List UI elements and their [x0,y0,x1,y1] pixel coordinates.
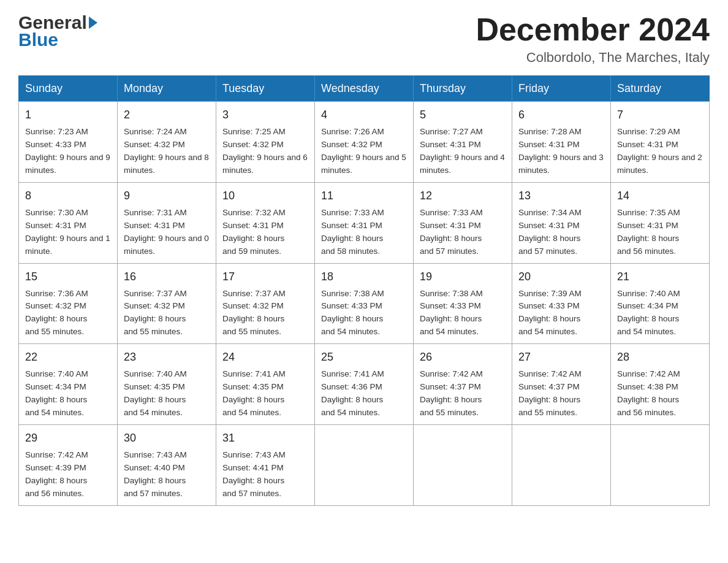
day-number: 16 [124,269,210,285]
calendar-day-cell: 9Sunrise: 7:31 AMSunset: 4:31 PMDaylight… [118,182,216,263]
day-number: 15 [25,269,111,285]
day-number: 17 [222,269,308,285]
day-info: Sunrise: 7:29 AMSunset: 4:31 PMDaylight:… [617,127,702,175]
day-number: 12 [420,188,506,204]
logo-arrow-icon [89,17,97,29]
calendar-day-cell: 21Sunrise: 7:40 AMSunset: 4:34 PMDayligh… [611,263,710,344]
calendar-day-cell: 1Sunrise: 7:23 AMSunset: 4:33 PMDaylight… [19,102,118,183]
calendar-day-cell: 28Sunrise: 7:42 AMSunset: 4:38 PMDayligh… [611,344,710,425]
calendar-day-cell: 14Sunrise: 7:35 AMSunset: 4:31 PMDayligh… [611,182,710,263]
day-info: Sunrise: 7:26 AMSunset: 4:32 PMDaylight:… [321,127,406,175]
calendar-day-cell: 30Sunrise: 7:43 AMSunset: 4:40 PMDayligh… [118,424,216,505]
day-info: Sunrise: 7:34 AMSunset: 4:31 PMDaylight:… [518,208,582,256]
calendar-day-cell: 15Sunrise: 7:36 AMSunset: 4:32 PMDayligh… [19,263,118,344]
day-number: 25 [321,349,407,366]
calendar-header-tuesday: Tuesday [216,76,315,102]
day-number: 18 [321,269,407,285]
calendar-week-row: 29Sunrise: 7:42 AMSunset: 4:39 PMDayligh… [19,424,710,505]
calendar-day-cell: 18Sunrise: 7:38 AMSunset: 4:33 PMDayligh… [315,263,414,344]
day-number: 13 [518,188,604,204]
day-info: Sunrise: 7:40 AMSunset: 4:34 PMDaylight:… [617,289,680,337]
day-number: 4 [321,107,407,123]
day-info: Sunrise: 7:31 AMSunset: 4:31 PMDaylight:… [124,208,209,256]
day-number: 11 [321,188,407,204]
calendar-day-cell: 22Sunrise: 7:40 AMSunset: 4:34 PMDayligh… [19,344,118,425]
calendar-header-thursday: Thursday [414,76,512,102]
calendar-day-cell: 13Sunrise: 7:34 AMSunset: 4:31 PMDayligh… [512,182,611,263]
calendar-day-cell: 27Sunrise: 7:42 AMSunset: 4:37 PMDayligh… [512,344,611,425]
day-number: 24 [222,349,308,366]
calendar-day-cell: 7Sunrise: 7:29 AMSunset: 4:31 PMDaylight… [611,102,710,183]
day-info: Sunrise: 7:40 AMSunset: 4:35 PMDaylight:… [124,369,187,417]
day-number: 30 [124,430,210,446]
calendar-day-cell: 2Sunrise: 7:24 AMSunset: 4:32 PMDaylight… [118,102,216,183]
day-info: Sunrise: 7:42 AMSunset: 4:38 PMDaylight:… [617,369,680,417]
calendar-header-sunday: Sunday [19,76,118,102]
calendar-week-row: 22Sunrise: 7:40 AMSunset: 4:34 PMDayligh… [19,344,710,425]
page-subtitle: Colbordolo, The Marches, Italy [476,50,710,66]
calendar-day-cell: 26Sunrise: 7:42 AMSunset: 4:37 PMDayligh… [414,344,512,425]
day-number: 26 [420,349,506,366]
day-info: Sunrise: 7:39 AMSunset: 4:33 PMDaylight:… [518,289,582,337]
logo: General Blue [18,12,97,50]
calendar-day-cell [414,424,512,505]
day-info: Sunrise: 7:41 AMSunset: 4:35 PMDaylight:… [222,369,286,417]
day-number: 9 [124,188,210,204]
calendar-day-cell [315,424,414,505]
day-info: Sunrise: 7:27 AMSunset: 4:31 PMDaylight:… [420,127,505,175]
day-number: 23 [124,349,210,366]
calendar-week-row: 15Sunrise: 7:36 AMSunset: 4:32 PMDayligh… [19,263,710,344]
day-number: 8 [25,188,111,204]
calendar-day-cell: 20Sunrise: 7:39 AMSunset: 4:33 PMDayligh… [512,263,611,344]
calendar-week-row: 1Sunrise: 7:23 AMSunset: 4:33 PMDaylight… [19,102,710,183]
day-info: Sunrise: 7:32 AMSunset: 4:31 PMDaylight:… [222,208,286,256]
day-number: 5 [420,107,506,123]
calendar-day-cell: 12Sunrise: 7:33 AMSunset: 4:31 PMDayligh… [414,182,512,263]
day-number: 20 [518,269,604,285]
calendar-header-friday: Friday [512,76,611,102]
day-info: Sunrise: 7:30 AMSunset: 4:31 PMDaylight:… [25,208,110,256]
calendar-week-row: 8Sunrise: 7:30 AMSunset: 4:31 PMDaylight… [19,182,710,263]
calendar-table: SundayMondayTuesdayWednesdayThursdayFrid… [18,75,710,505]
day-number: 22 [25,349,111,366]
calendar-header-monday: Monday [118,76,216,102]
day-info: Sunrise: 7:40 AMSunset: 4:34 PMDaylight:… [25,369,88,417]
day-info: Sunrise: 7:42 AMSunset: 4:37 PMDaylight:… [420,369,483,417]
calendar-day-cell: 25Sunrise: 7:41 AMSunset: 4:36 PMDayligh… [315,344,414,425]
page-header: General Blue December 2024 Colbordolo, T… [18,12,710,66]
day-number: 1 [25,107,111,123]
day-number: 6 [518,107,604,123]
calendar-day-cell: 29Sunrise: 7:42 AMSunset: 4:39 PMDayligh… [19,424,118,505]
day-info: Sunrise: 7:25 AMSunset: 4:32 PMDaylight:… [222,127,308,175]
calendar-day-cell: 4Sunrise: 7:26 AMSunset: 4:32 PMDaylight… [315,102,414,183]
day-info: Sunrise: 7:43 AMSunset: 4:40 PMDaylight:… [124,450,187,498]
calendar-header-wednesday: Wednesday [315,76,414,102]
day-number: 31 [222,430,308,446]
day-info: Sunrise: 7:37 AMSunset: 4:32 PMDaylight:… [124,289,187,337]
day-number: 14 [617,188,703,204]
calendar-day-cell: 3Sunrise: 7:25 AMSunset: 4:32 PMDaylight… [216,102,315,183]
day-info: Sunrise: 7:33 AMSunset: 4:31 PMDaylight:… [321,208,384,256]
title-area: December 2024 Colbordolo, The Marches, I… [476,12,710,66]
day-number: 21 [617,269,703,285]
day-number: 3 [222,107,308,123]
calendar-day-cell: 5Sunrise: 7:27 AMSunset: 4:31 PMDaylight… [414,102,512,183]
day-number: 10 [222,188,308,204]
day-info: Sunrise: 7:42 AMSunset: 4:39 PMDaylight:… [25,450,88,498]
day-info: Sunrise: 7:38 AMSunset: 4:33 PMDaylight:… [321,289,384,337]
day-info: Sunrise: 7:42 AMSunset: 4:37 PMDaylight:… [518,369,582,417]
day-number: 27 [518,349,604,366]
day-info: Sunrise: 7:36 AMSunset: 4:32 PMDaylight:… [25,289,88,337]
day-info: Sunrise: 7:35 AMSunset: 4:31 PMDaylight:… [617,208,680,256]
day-number: 29 [25,430,111,446]
calendar-day-cell: 23Sunrise: 7:40 AMSunset: 4:35 PMDayligh… [118,344,216,425]
calendar-day-cell: 16Sunrise: 7:37 AMSunset: 4:32 PMDayligh… [118,263,216,344]
calendar-day-cell: 17Sunrise: 7:37 AMSunset: 4:32 PMDayligh… [216,263,315,344]
calendar-day-cell: 8Sunrise: 7:30 AMSunset: 4:31 PMDaylight… [19,182,118,263]
calendar-day-cell: 24Sunrise: 7:41 AMSunset: 4:35 PMDayligh… [216,344,315,425]
day-number: 2 [124,107,210,123]
day-info: Sunrise: 7:41 AMSunset: 4:36 PMDaylight:… [321,369,384,417]
page-title: December 2024 [476,12,710,47]
calendar-day-cell: 19Sunrise: 7:38 AMSunset: 4:33 PMDayligh… [414,263,512,344]
calendar-day-cell: 6Sunrise: 7:28 AMSunset: 4:31 PMDaylight… [512,102,611,183]
